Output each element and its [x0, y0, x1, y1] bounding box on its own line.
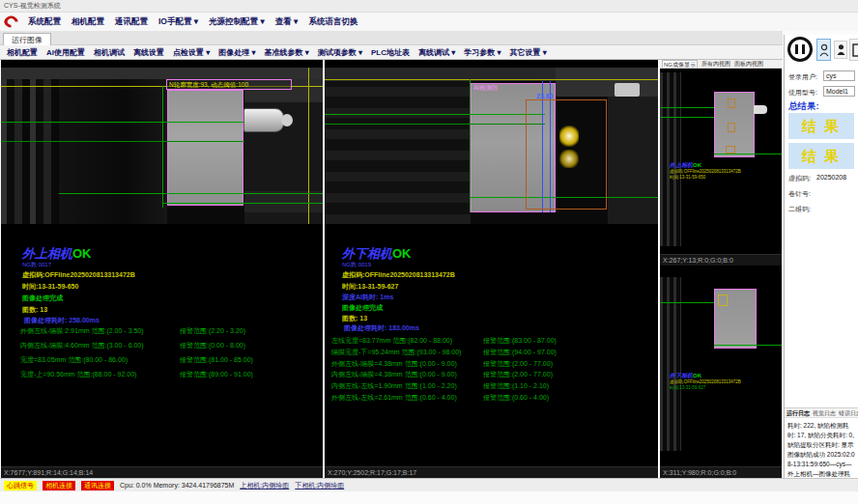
- tool-plc-address[interactable]: PLC地址表: [371, 47, 410, 58]
- menu-io-config[interactable]: IO手配置 ▾: [158, 16, 198, 28]
- thumbnail-column: NG成像显示 所有内视图 面板内视图 外上相机OK 虚拟码:OFFline202…: [660, 60, 782, 478]
- yellow-reference-line: [325, 79, 658, 80]
- window-title: CYS-视觉检测系统: [4, 2, 61, 9]
- model-value[interactable]: Model1: [823, 86, 855, 97]
- cpu-memory-readout: Cpu: 0.0% Memory: 3424.41796875M: [120, 482, 234, 489]
- pause-button[interactable]: [787, 37, 813, 62]
- menu-light-config[interactable]: 光源控制配置 ▾: [209, 16, 265, 28]
- window-bottom-margin: [0, 491, 858, 504]
- exit-door-icon: [852, 43, 858, 57]
- tool-camera-config[interactable]: 相机配置: [7, 47, 38, 58]
- machinery-block: [1, 68, 323, 79]
- measure-value: 外侧左线-隔膜=4.38mm 范围:(0.00 - 9.00): [331, 359, 457, 369]
- machinery-block: [608, 97, 658, 224]
- alarm-range: 报警范围:(83.00 - 87.00): [483, 336, 557, 346]
- green-measure-line: [660, 107, 714, 108]
- green-measure-line: [1, 141, 244, 142]
- thumbnail-camera-1[interactable]: 外上相机OK 虚拟码:OFFline2025020813313472B 时间:1…: [660, 69, 782, 254]
- green-measure-line: [325, 114, 545, 115]
- menu-view[interactable]: 查看 ▾: [275, 16, 299, 28]
- tab-run-image[interactable]: 运行图像: [3, 33, 51, 45]
- status-bar: 心跳信号 相机连接 通讯连接 Cpu: 0.0% Memory: 3424.41…: [0, 478, 858, 491]
- menu-comm-config[interactable]: 通讯配置: [115, 16, 148, 28]
- user-manage-button[interactable]: [834, 41, 847, 59]
- camera-connection-indicator: 相机连接: [43, 481, 75, 490]
- measure-value: 左线宽度=83.77mm 范围:(82.00 - 88.00): [331, 336, 452, 346]
- tab-vision-log[interactable]: 视觉日志: [813, 408, 836, 417]
- lower-camera-draw-link[interactable]: 下相机:内侧绘图: [295, 481, 344, 490]
- model-label: 使用型号:: [788, 88, 817, 98]
- measure-row: 宽度-上=90.56mm 范围:(88.00 - 92.00) 报警范围:(89…: [20, 370, 310, 381]
- measure-value: 隔膜宽度-下=95.24mm 范围:(93.00 - 98.00): [331, 348, 461, 357]
- result-ok: OK: [72, 246, 92, 261]
- timestamp: 时间:13-31-59-650: [670, 175, 705, 180]
- tab-error-log[interactable]: 错误日志: [839, 408, 858, 417]
- user-icon: [819, 43, 829, 57]
- alarm-range: 报警范围:(1.10 - 2.10): [483, 381, 549, 391]
- measure-row: 内侧左线-隔膜=4.38mm 范围:(0.00 - 9.00) 报警范围:(2.…: [331, 370, 650, 380]
- green-measure-line: [470, 79, 471, 212]
- exit-button[interactable]: [849, 39, 858, 61]
- alarm-range: 报警范围:(94.00 - 97.00): [483, 348, 557, 357]
- virtual-code-value: 20250208: [816, 174, 846, 181]
- yellow-reference-line: [308, 68, 309, 224]
- measure-row: 外侧左线-隔膜=4.38mm 范围:(0.00 - 9.00) 报警范围:(2.…: [331, 359, 650, 370]
- tool-offline-debug[interactable]: 离线调试 ▾: [418, 47, 455, 58]
- menu-language-switch[interactable]: 系统语言切换: [308, 16, 358, 28]
- tool-offline-settings[interactable]: 离线设置: [133, 47, 164, 58]
- measure-value: 外侧左线-隔膜:2.91mm 范围:(2.00 - 3.50): [20, 326, 144, 336]
- tool-camera-debug[interactable]: 相机调试: [94, 47, 125, 58]
- app-logo-icon: [1, 14, 20, 30]
- left-camera-image[interactable]: N轮廓宽度:93, 动态阈值:100: [1, 68, 323, 224]
- measure-value: 内侧左线-隔膜=4.38mm 范围:(0.00 - 9.00): [331, 370, 457, 379]
- green-measure-line: [1, 122, 244, 123]
- green-measure-line: [660, 302, 714, 303]
- tab-ng-display[interactable]: NG成像显示: [662, 60, 698, 68]
- measure-row: 隔膜宽度-下=95.24mm 范围:(93.00 - 98.00) 报警范围:(…: [331, 348, 650, 358]
- measure-row: 外侧左线-隔膜:2.91mm 范围:(2.00 - 3.50) 报警范围:(2.…: [20, 326, 310, 338]
- user-login-button[interactable]: [816, 39, 831, 61]
- timestamp: 时间:13-31-59-627: [670, 385, 705, 390]
- tool-other-settings[interactable]: 其它设置 ▾: [510, 47, 547, 58]
- pixel-readout: X:7677;Y:891;R:14;G:14;B:14: [1, 466, 323, 478]
- ai-time: 深度AI耗时: 1ms: [342, 293, 393, 302]
- tab-panel-views[interactable]: 面板内视图: [734, 60, 763, 68]
- tool-test-params[interactable]: 测试项参数 ▾: [318, 47, 362, 58]
- control-panel: 登录用户: cys 使用型号: Model1 总结果: 结 果 结 果 虚拟码:…: [784, 35, 858, 478]
- pixel-readout: X:270;Y:2502;R:17;G:17;B:17: [325, 466, 658, 478]
- tool-spot-check[interactable]: 点检设置 ▾: [173, 47, 210, 58]
- tool-learn-params[interactable]: 学习参数 ▾: [464, 47, 500, 58]
- virtual-code: 虚拟码:OFFline2025020813313472B: [22, 270, 135, 280]
- green-measure-line: [714, 154, 782, 154]
- tab-all-views[interactable]: 所有内视图: [701, 60, 730, 68]
- machinery-stripes: [660, 72, 681, 246]
- tool-baseline-params[interactable]: 基准线参数 ▾: [265, 47, 309, 58]
- green-measure-line: [325, 124, 545, 125]
- log-tab-bar: 运行日志 视觉日志 错误日志: [785, 407, 858, 418]
- qr-code-label: 二维码:: [788, 205, 811, 214]
- measure-value: 宽度=83.05mm 范围:(80.00 - 86.00): [20, 355, 128, 365]
- measure-row: 内侧左线-隔膜:4.60mm 范围:(3.00 - 6.00) 报警范围:(0.…: [20, 341, 310, 352]
- thumbnail-camera-2[interactable]: 外下相机OK 虚拟码:OFFline2025020813313472B 时间:1…: [660, 267, 782, 466]
- pixel-readout: X:311;Y:980;R:0;G:0;B:0: [660, 466, 782, 478]
- tab-run-log[interactable]: 运行日志: [786, 408, 810, 417]
- login-user-label: 登录用户:: [788, 72, 817, 82]
- upper-camera-draw-link[interactable]: 上相机:内侧绘图: [240, 481, 289, 490]
- user-dark-icon: [837, 43, 845, 56]
- needle-number-label: 卷针号:: [788, 189, 811, 199]
- menu-camera-config[interactable]: 相机配置: [72, 16, 104, 28]
- process-time: 图像处理耗时: 258.00ms: [24, 316, 100, 325]
- tool-image-processing[interactable]: 图像处理 ▾: [218, 47, 255, 58]
- measure-row: 宽度=83.05mm 范围:(80.00 - 86.00) 报警范围:(81.0…: [20, 355, 310, 367]
- menu-system-config[interactable]: 系统配置: [28, 16, 61, 28]
- login-user-value[interactable]: cys: [823, 70, 855, 81]
- green-measure-line: [660, 117, 714, 118]
- middle-camera-view: AI检测区 23.80 外下相机OK NG数:0019 虚拟码:OFFline2…: [325, 60, 658, 478]
- tool-ai-config[interactable]: AI使用配置: [46, 47, 85, 58]
- machinery-block: [244, 191, 323, 212]
- middle-camera-image[interactable]: AI检测区 23.80: [325, 68, 658, 224]
- green-measure-line: [59, 193, 323, 194]
- result-badge-1: 结 果: [788, 113, 854, 139]
- view-tab-bar: 运行图像: [0, 31, 783, 45]
- measure-readout: 23.80: [536, 93, 554, 99]
